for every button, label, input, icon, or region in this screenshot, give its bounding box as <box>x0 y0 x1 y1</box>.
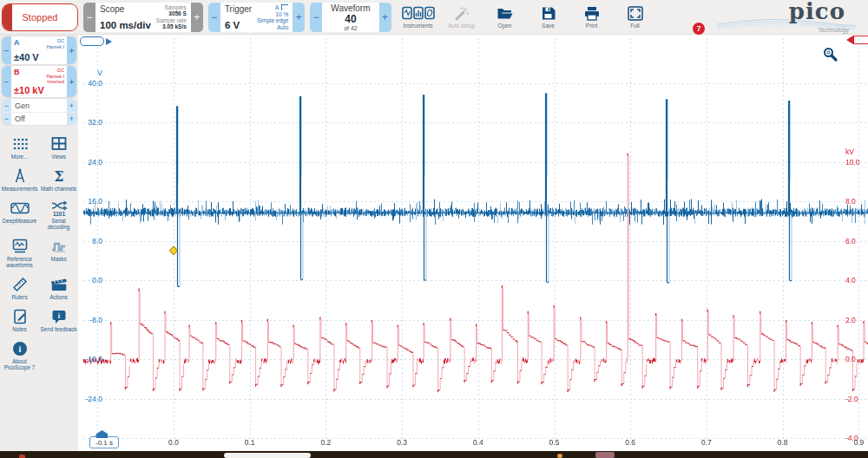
right-trigger-flag[interactable] <box>853 36 868 44</box>
trigger-mode: Simple edge <box>257 17 288 24</box>
waveform-previous-button[interactable]: − <box>310 3 322 32</box>
open-button[interactable]: Open <box>485 2 525 33</box>
channel-b-decrease-button[interactable]: − <box>2 66 11 97</box>
info-circle-icon: i <box>11 340 29 357</box>
save-button[interactable]: Save <box>529 2 569 33</box>
print-button[interactable]: Print <box>572 2 612 33</box>
time-axis-tick: 0.3 <box>389 438 415 447</box>
taskbar-red-item[interactable] <box>19 455 25 458</box>
left-axis-tick: 32.0 <box>78 118 102 127</box>
scope-increase-button[interactable]: + <box>191 3 203 32</box>
feedback-bubble-icon: i <box>50 308 68 325</box>
ruler-icon <box>11 276 29 293</box>
sidebar-item-reference-waveforms[interactable]: Reference waveforms <box>0 238 39 268</box>
scope-decrease-button[interactable]: − <box>83 3 95 32</box>
channel-b-inverted: Inverted <box>47 79 64 85</box>
sidebar: − A DC Hantek I ±40 V + − B DC <box>0 35 78 451</box>
stopped-label: Stopped <box>23 12 58 23</box>
waveform-panel: − Waveform 40 of 42 + <box>310 3 391 32</box>
time-axis-tick: 0.2 <box>312 438 339 447</box>
right-axis-tick: 10.0 <box>845 158 860 167</box>
sidebar-item-math-channels[interactable]: Σ Math channels <box>39 167 78 192</box>
samples-value: 3056 S <box>168 10 187 17</box>
more-dots-icon <box>11 135 29 153</box>
sidebar-item-views[interactable]: Views <box>39 135 78 160</box>
left-axis-tick: 0.0 <box>78 276 102 285</box>
trigger-percent: 10 % <box>276 11 289 18</box>
scope-panel-body[interactable]: Scope 100 ms/div Samples 3056 S Sample r… <box>95 3 191 32</box>
generator-control: − Gen + − Off + <box>2 99 76 125</box>
waveform-canvas[interactable] <box>78 35 868 451</box>
channel-a-increase-button[interactable]: + <box>67 36 76 64</box>
right-axis-tick: 0.0 <box>845 355 856 363</box>
trigger-level-value: 6 V <box>225 20 252 30</box>
left-axis-tick: -16.0 <box>78 355 102 363</box>
instruments-button[interactable]: Instruments <box>398 2 438 33</box>
left-axis-tick: 40.0 <box>78 79 102 88</box>
timebase-value: 100 ms/div <box>100 20 151 30</box>
pan-handle[interactable] <box>80 36 104 46</box>
waveform-panel-body[interactable]: Waveform 40 of 42 <box>322 3 378 32</box>
left-axis-tick: 24.0 <box>78 158 102 167</box>
sidebar-item-masks[interactable]: Masks <box>39 238 78 268</box>
gen-increase-button[interactable]: + <box>67 99 76 112</box>
left-axis-unit: V <box>78 69 102 77</box>
save-floppy-icon <box>540 6 557 21</box>
zoom-magnifier-icon[interactable] <box>821 46 838 63</box>
sidebar-item-rulers[interactable]: Rulers <box>0 276 39 300</box>
channel-a-body[interactable]: A DC Hantek I ±40 V <box>11 36 67 64</box>
channel-b-increase-button[interactable]: + <box>67 66 76 97</box>
right-axis-unit: kV <box>845 147 854 156</box>
gen-state[interactable]: Off <box>11 113 67 125</box>
clapperboard-icon <box>49 276 69 293</box>
sidebar-item-serial-decoding[interactable]: 1101 Serial decoding <box>39 200 78 230</box>
notification-badge[interactable]: 7 <box>693 23 705 35</box>
channel-b-body[interactable]: B DC Hantek I Inverted ±10 kV <box>11 66 67 97</box>
trigger-label: Trigger <box>225 4 252 14</box>
trigger-panel: − Trigger 6 V A 10 % Simple edge Auto + <box>208 3 305 32</box>
waveform-count: of 42 <box>344 25 358 31</box>
brand-subtitle: Technology <box>819 27 849 33</box>
sidebar-item-deepmeasure[interactable]: DeepMeasure <box>0 200 39 230</box>
sidebar-item-notes[interactable]: Notes <box>0 308 39 332</box>
trigger-increase-button[interactable]: + <box>293 3 305 32</box>
time-axis-tick: 0.8 <box>770 438 796 447</box>
time-axis-tick: 0.7 <box>694 438 720 447</box>
right-axis-tick: 4.0 <box>845 276 856 285</box>
trigger-panel-body[interactable]: Trigger 6 V A 10 % Simple edge Auto <box>220 3 293 32</box>
channel-a-control: − A DC Hantek I ±40 V + <box>2 36 76 64</box>
waveform-label: Waveform <box>331 3 370 13</box>
full-screen-button[interactable]: Full <box>615 2 655 33</box>
gen-state-decrease-button[interactable]: − <box>2 113 11 125</box>
right-axis-tick: 8.0 <box>845 197 856 206</box>
stopped-indicator <box>3 4 12 30</box>
views-grid-icon <box>50 135 68 153</box>
channel-a-decrease-button[interactable]: − <box>2 36 11 64</box>
taskbar-mauve-item[interactable] <box>595 452 615 458</box>
sidebar-item-about[interactable]: i About PicoScope 7 <box>0 340 39 370</box>
gen-decrease-button[interactable]: − <box>2 99 11 112</box>
auto-setup-button[interactable]: Auto setup <box>442 2 482 33</box>
picoscope-window: Stopped − Scope 100 ms/div Samples 3056 … <box>0 0 868 458</box>
pico-technology-logo: 7 pico Technology <box>661 2 861 33</box>
sidebar-item-measurements[interactable]: Measurements <box>0 167 39 192</box>
time-offset-box[interactable]: -0.1 s <box>89 436 119 448</box>
stopped-button[interactable]: Stopped <box>2 3 78 31</box>
sidebar-item-send-feedback[interactable]: i Send feedback <box>39 308 78 332</box>
trigger-decrease-button[interactable]: − <box>208 3 220 32</box>
rising-edge-icon <box>281 4 288 10</box>
taskbar-yellow-item[interactable] <box>557 454 562 458</box>
gen-label[interactable]: Gen <box>11 99 67 112</box>
time-axis-tick: 0.0 <box>161 438 187 447</box>
gen-state-increase-button[interactable]: + <box>67 113 76 125</box>
taskbar-white-item[interactable] <box>224 453 311 458</box>
time-axis-tick: 0.5 <box>542 438 568 447</box>
sidebar-item-more[interactable]: More... <box>0 135 39 160</box>
deepmeasure-wave-icon <box>10 200 30 217</box>
scope-panel: − Scope 100 ms/div Samples 3056 S Sample… <box>83 3 203 32</box>
time-axis-tick: 0.6 <box>617 438 643 447</box>
svg-text:Σ: Σ <box>54 168 63 185</box>
channel-b-name: B <box>14 68 20 85</box>
waveform-next-button[interactable]: + <box>379 3 391 32</box>
sidebar-item-actions[interactable]: Actions <box>39 276 78 300</box>
